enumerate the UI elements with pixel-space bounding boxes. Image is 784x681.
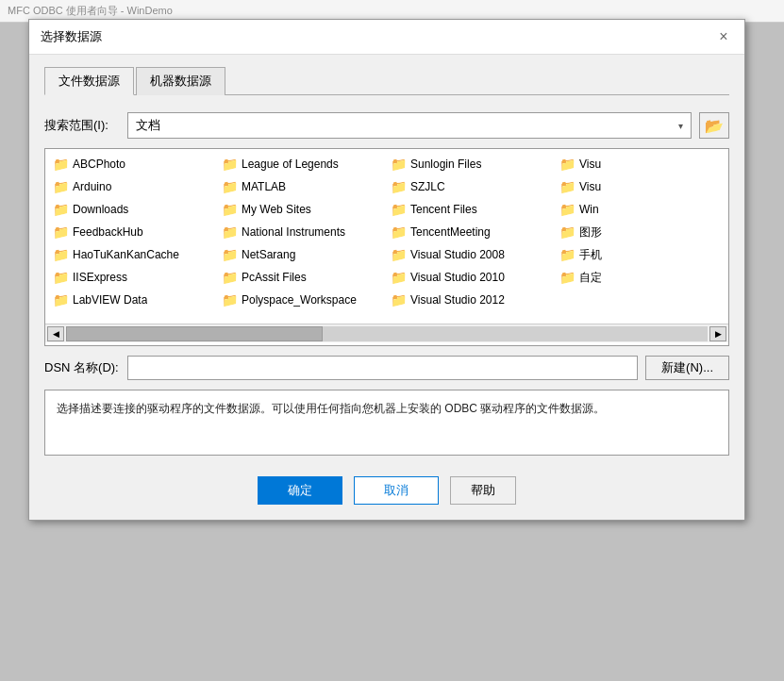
folder-icon: 📁 <box>559 202 575 217</box>
file-item-name: NetSarang <box>242 248 295 261</box>
list-item[interactable]: 📁LabVIEW Data <box>49 289 218 311</box>
folder-icon: 📁 <box>222 202 238 217</box>
dialog-body: 文件数据源 机器数据源 搜索范围(I): 文档 ▾ 📂 📁ABC <box>29 55 744 467</box>
folder-icon: 📁 <box>391 202 407 217</box>
list-item[interactable]: 📁Arduino <box>49 175 218 198</box>
dialog-title: 选择数据源 <box>41 28 102 45</box>
bottom-buttons: 确定 取消 帮助 <box>29 467 744 520</box>
file-item-name: My Web Sites <box>242 203 311 216</box>
list-item[interactable]: 📁手机 <box>556 243 725 266</box>
list-item[interactable]: 📁Visual Studio 2008 <box>387 243 556 266</box>
folder-icon: 📁 <box>391 179 407 194</box>
file-item-name: Visu <box>579 180 601 193</box>
file-item-name: Tencent Files <box>410 203 477 216</box>
folder-icon: 📁 <box>391 224 407 240</box>
folder-open-icon: 📂 <box>705 117 724 135</box>
tab-machine-datasource[interactable]: 机器数据源 <box>136 67 225 95</box>
folder-icon: 📁 <box>391 247 407 262</box>
folder-icon: 📁 <box>222 157 238 172</box>
title-bar: 选择数据源 × <box>29 20 744 55</box>
list-item[interactable]: 📁National Instruments <box>218 221 387 243</box>
folder-icon: 📁 <box>53 224 69 240</box>
tab-file-datasource[interactable]: 文件数据源 <box>44 67 134 95</box>
list-item[interactable]: 📁Polyspace_Workspace <box>218 289 387 311</box>
list-item <box>556 289 725 311</box>
search-row: 搜索范围(I): 文档 ▾ 📂 <box>44 112 729 139</box>
file-item-name: Visual Studio 2010 <box>410 271 505 284</box>
folder-icon: 📁 <box>53 270 69 285</box>
list-item[interactable]: 📁Win <box>556 198 725 221</box>
horizontal-scrollbar[interactable]: ◀ ▶ <box>45 324 728 342</box>
file-item-name: 图形 <box>579 224 602 241</box>
file-item-name: Win <box>579 203 599 216</box>
file-item-name: Visual Studio 2008 <box>410 248 505 261</box>
file-item-name: National Instruments <box>242 225 345 239</box>
list-item[interactable]: 📁Sunlogin Files <box>387 153 556 175</box>
list-item[interactable]: 📁My Web Sites <box>218 198 387 221</box>
list-item[interactable]: 📁自定 <box>556 266 725 289</box>
browse-button[interactable]: 📂 <box>699 112 729 139</box>
folder-icon: 📁 <box>391 292 407 307</box>
tab-bar: 文件数据源 机器数据源 <box>44 66 729 95</box>
folder-icon: 📁 <box>222 247 238 262</box>
search-combo-value: 文档 <box>136 117 160 134</box>
search-label: 搜索范围(I): <box>44 117 120 134</box>
file-item-name: 手机 <box>579 247 602 263</box>
list-item[interactable]: 📁TencentMeeting <box>387 221 556 243</box>
folder-icon: 📁 <box>222 224 238 240</box>
dsn-input[interactable] <box>127 356 638 380</box>
dsn-row: DSN 名称(D): 新建(N)... <box>44 356 729 380</box>
folder-icon: 📁 <box>559 179 575 194</box>
file-item-name: TencentMeeting <box>410 225 491 239</box>
list-item[interactable]: 📁League of Legends <box>218 153 387 175</box>
list-item[interactable]: 📁MATLAB <box>218 175 387 198</box>
file-item-name: IISExpress <box>73 271 127 284</box>
list-item[interactable]: 📁ABCPhoto <box>49 153 218 175</box>
list-item[interactable]: 📁PcAssit Files <box>218 266 387 289</box>
scroll-left-button[interactable]: ◀ <box>47 326 64 341</box>
folder-icon: 📁 <box>559 247 575 262</box>
folder-icon: 📁 <box>53 157 69 172</box>
scroll-track[interactable] <box>66 326 708 341</box>
list-item[interactable]: 📁NetSarang <box>218 243 387 266</box>
list-item[interactable]: 📁Visu <box>556 153 725 175</box>
list-item[interactable]: 📁Tencent Files <box>387 198 556 221</box>
cancel-button[interactable]: 取消 <box>354 476 439 505</box>
folder-icon: 📁 <box>53 292 69 307</box>
dsn-label: DSN 名称(D): <box>44 359 120 376</box>
list-item[interactable]: 📁Visu <box>556 175 725 198</box>
list-item[interactable]: 📁IISExpress <box>49 266 218 289</box>
file-item-name: PcAssit Files <box>242 271 307 284</box>
confirm-button[interactable]: 确定 <box>258 476 342 505</box>
file-item-name: ABCPhoto <box>73 158 125 171</box>
search-combo[interactable]: 文档 ▾ <box>127 112 692 139</box>
list-item[interactable]: 📁SZJLC <box>387 175 556 198</box>
scroll-right-button[interactable]: ▶ <box>709 326 726 341</box>
close-button[interactable]: × <box>714 27 733 46</box>
description-text: 选择描述要连接的驱动程序的文件数据源。可以使用任何指向您机器上安装的 ODBC … <box>57 402 605 415</box>
list-item[interactable]: 📁Visual Studio 2010 <box>387 266 556 289</box>
chevron-down-icon: ▾ <box>678 121 683 131</box>
file-item-name: Sunlogin Files <box>410 158 481 171</box>
list-item[interactable]: 📁HaoTuKanKanCache <box>49 243 218 266</box>
list-item[interactable]: 📁Visual Studio 2012 <box>387 289 556 311</box>
folder-icon: 📁 <box>222 270 238 285</box>
dialog-window: 选择数据源 × 文件数据源 机器数据源 搜索范围(I): 文档 ▾ <box>28 19 745 521</box>
new-button[interactable]: 新建(N)... <box>645 356 729 380</box>
help-button[interactable]: 帮助 <box>450 476 516 505</box>
list-item[interactable]: 📁FeedbackHub <box>49 221 218 243</box>
file-item-name: Downloads <box>73 203 128 216</box>
list-item[interactable]: 📁图形 <box>556 221 725 243</box>
file-item-name: FeedbackHub <box>73 225 143 239</box>
file-list: 📁ABCPhoto📁League of Legends📁Sunlogin Fil… <box>45 149 728 324</box>
folder-icon: 📁 <box>559 224 575 240</box>
scroll-thumb[interactable] <box>66 326 323 341</box>
folder-icon: 📁 <box>53 247 69 262</box>
file-item-name: Visual Studio 2012 <box>410 293 505 307</box>
folder-icon: 📁 <box>559 157 575 172</box>
folder-icon: 📁 <box>391 270 407 285</box>
description-box: 选择描述要连接的驱动程序的文件数据源。可以使用任何指向您机器上安装的 ODBC … <box>44 390 729 456</box>
file-item-name: 自定 <box>579 270 602 286</box>
list-item[interactable]: 📁Downloads <box>49 198 218 221</box>
file-item-name: Arduino <box>73 180 111 193</box>
